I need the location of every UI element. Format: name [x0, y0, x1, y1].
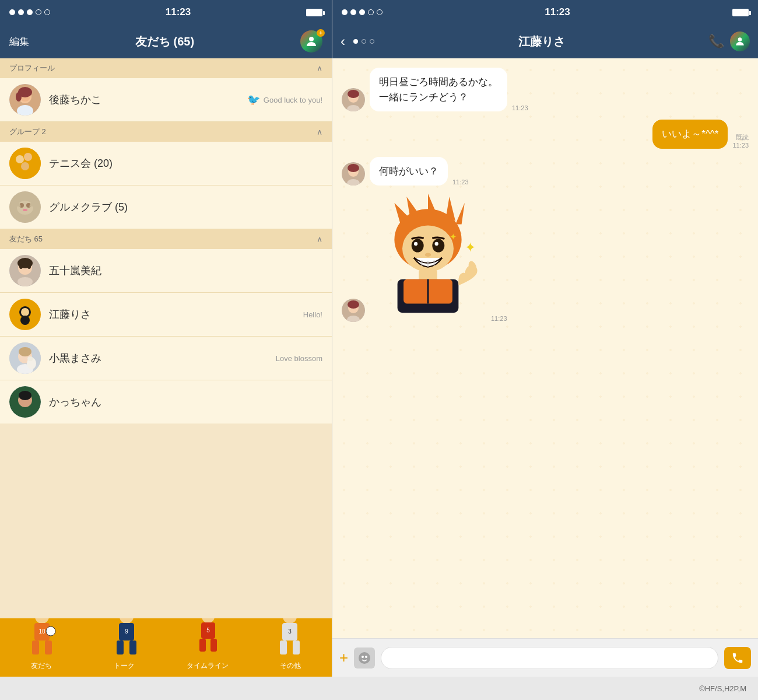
svg-point-48	[202, 618, 215, 623]
tab-timeline[interactable]: タイムライン	[166, 661, 249, 677]
tab-other[interactable]: その他	[249, 661, 332, 677]
chat-menu-button[interactable]	[730, 32, 750, 51]
contact-goto[interactable]: 後藤ちかこ 🐦 Good luck to you!	[0, 78, 332, 122]
svg-point-12	[17, 201, 33, 215]
svg-point-15	[23, 209, 27, 211]
svg-rect-47	[129, 640, 136, 654]
sender-avatar-3	[342, 162, 365, 186]
tab-friends[interactable]: 友だち	[0, 661, 83, 677]
svg-point-32	[27, 356, 33, 361]
right-battery-icon	[732, 9, 749, 16]
tennis-avatar	[9, 148, 41, 179]
haikyuu-sticker: ✦ ✦	[370, 194, 486, 322]
plus-badge: +	[317, 29, 325, 37]
contact-tennis[interactable]: テニス会 (20)	[0, 142, 332, 186]
tab-talk[interactable]: トーク	[83, 661, 166, 677]
battery-icon	[306, 9, 322, 16]
svg-point-29	[19, 347, 31, 356]
goto-status: Good luck to you!	[264, 96, 322, 104]
avatar-tennis	[9, 148, 41, 179]
back-button[interactable]: ‹	[341, 33, 345, 50]
contact-igarashi[interactable]: 五十嵐美紀	[0, 249, 332, 293]
bubble-2: いいよ～*^^*	[652, 120, 728, 149]
igarashi-face	[9, 255, 41, 286]
message-input[interactable]	[381, 647, 718, 669]
char-4: 3	[269, 618, 310, 660]
sticker-button[interactable]	[354, 648, 375, 668]
sender-avatar-sticker	[342, 299, 365, 322]
page-dot-3	[370, 39, 374, 44]
add-button[interactable]: +	[339, 649, 348, 667]
chat-area: 明日昼ごろ時間あるかな。 一緒にランチどう？ 11:23 既読 11:23 いい…	[332, 58, 758, 638]
read-info: 既読 11:23	[732, 133, 749, 149]
edit-button[interactable]: 編集	[9, 35, 29, 48]
gourmet-name: グルメクラブ (5)	[49, 200, 322, 214]
group-collapse-icon[interactable]: ∧	[317, 127, 322, 136]
goto-info: 後藤ちかこ	[49, 93, 247, 107]
dot1	[9, 9, 15, 15]
sticker-time: 11:23	[491, 315, 507, 322]
sent-time: 11:23	[732, 142, 749, 149]
kacchan-avatar	[9, 386, 41, 418]
friends-count-label: 友だち 65	[9, 234, 43, 244]
svg-text:10: 10	[39, 628, 46, 635]
svg-rect-56	[282, 623, 297, 640]
person-icon	[304, 34, 318, 48]
sticker-icon	[357, 651, 371, 665]
menu-icon	[734, 36, 746, 47]
bird-icon: 🐦	[247, 93, 260, 106]
friends-title: 友だち (65)	[135, 34, 194, 50]
contact-eto[interactable]: 江藤りさ Hello!	[0, 293, 332, 337]
svg-point-80	[412, 239, 424, 253]
svg-point-25	[21, 308, 29, 316]
svg-point-42	[120, 618, 134, 624]
avatar-goto	[9, 84, 41, 116]
msg-time-3: 11:23	[452, 178, 469, 186]
svg-text:9: 9	[125, 628, 128, 635]
svg-point-54	[283, 618, 297, 624]
message-1: 明日昼ごろ時間あるかな。 一緒にランチどう？ 11:23	[342, 68, 749, 111]
right-signal-dots	[342, 9, 382, 15]
goto-face	[9, 84, 41, 116]
svg-point-26	[20, 316, 30, 325]
message-2: 既読 11:23 いいよ～*^^*	[342, 120, 749, 149]
msg-avatar-1	[342, 88, 365, 111]
svg-point-71	[348, 300, 359, 309]
msg-time-1: 11:23	[512, 104, 528, 111]
svg-point-97	[365, 656, 367, 658]
contact-kacchan[interactable]: かっちゃん	[0, 380, 332, 424]
svg-rect-46	[117, 640, 124, 654]
svg-point-41	[46, 626, 55, 636]
call-button[interactable]: 📞	[708, 34, 724, 49]
left-time: 11:23	[166, 6, 191, 18]
tab-talk-label: トーク	[114, 661, 135, 671]
goto-name: 後藤ちかこ	[49, 93, 247, 107]
dot3	[27, 9, 33, 15]
sticker-message: ✦ ✦ 11:23	[342, 194, 749, 322]
dot5	[44, 9, 50, 15]
phone-icon	[731, 652, 744, 664]
contact-gourmet[interactable]: グルメクラブ (5)	[0, 186, 332, 229]
contact-oguro[interactable]: 小黒まさみ Love blossom	[0, 337, 332, 380]
kacchan-name: かっちゃん	[49, 395, 322, 409]
friends-collapse-icon[interactable]: ∧	[317, 235, 322, 244]
svg-rect-37	[34, 623, 50, 640]
profile-collapse-icon[interactable]: ∧	[317, 64, 322, 73]
svg-rect-52	[199, 639, 206, 652]
copyright-bar: ©HF/S,H2P,M	[0, 677, 758, 700]
send-button[interactable]	[724, 647, 751, 669]
svg-point-0	[309, 37, 314, 41]
eto-sticker	[13, 303, 37, 326]
oguro-status: Love blossom	[276, 354, 322, 363]
input-bar: +	[332, 638, 758, 677]
tab-timeline-label: タイムライン	[187, 661, 229, 671]
add-friend-button[interactable]: +	[300, 30, 322, 52]
svg-rect-44	[119, 623, 134, 640]
tennis-name: テニス会 (20)	[49, 156, 322, 170]
svg-point-21	[19, 264, 23, 269]
svg-point-82	[414, 242, 417, 246]
left-screen: 11:23 編集 友だち (65) + プロフィール ∧	[0, 0, 332, 677]
svg-point-60	[738, 37, 742, 41]
group-label: グループ 2	[9, 127, 46, 137]
svg-point-10	[21, 162, 29, 170]
